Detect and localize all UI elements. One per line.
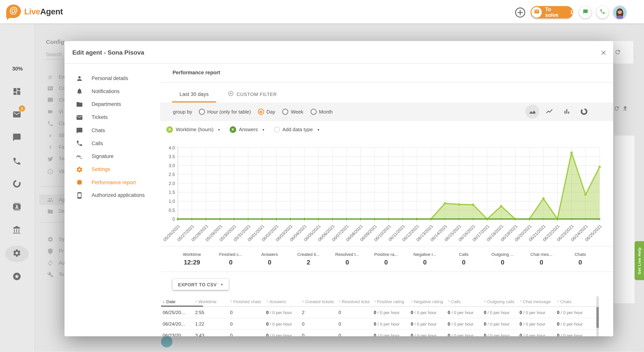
modal-nav-chats[interactable]: Chats [64,124,160,137]
app-sidebar-item-bank[interactable] [12,226,21,235]
shield-icon [47,248,53,254]
modal-nav-authorized-applications[interactable]: Authorized applications [64,189,160,201]
chevron-down-icon: ▼ [262,128,265,131]
modal-nav-calls[interactable]: Calls [64,137,160,149]
modal-nav-performance-report[interactable]: Performance report [64,176,160,188]
dashboard-icon [12,87,21,98]
remove-series-icon[interactable]: ✕ [166,126,173,133]
usage-percent: 30% [0,66,35,72]
phone-icon [76,140,83,147]
remove-series-icon[interactable]: ✕ [230,126,236,133]
app-sidebar-item-contacts[interactable] [12,203,21,212]
radio-hour[interactable]: Hour (only for table) [199,109,251,115]
app-sidebar-item-dashboard[interactable] [12,88,21,97]
radio-circle-icon [282,109,288,115]
sort-icon: ↑↓ [411,299,412,303]
cpu-icon [76,179,83,186]
add-data-type-chip[interactable]: Add data type▼ [274,127,320,133]
app-sidebar-item-phone[interactable] [12,158,21,167]
svg-text:0: 0 [172,217,175,222]
chat-icon [12,133,21,144]
column-header-outgoing-calls[interactable]: ↑↓Outgoing calls [484,296,520,306]
modal-header: Edit agent - Sona Pisova [64,41,613,64]
tab-last-30-days[interactable]: Last 30 days [172,87,216,102]
svg-text:3.0: 3.0 [169,163,175,168]
stat-resolvedt: Resolved t...0 [328,246,366,272]
modal-nav-personal-details[interactable]: Personal details [64,72,160,84]
bar-chart-icon[interactable] [560,105,574,119]
calls-topbar-button[interactable] [596,6,609,18]
phone-icon [47,121,53,127]
app-sidebar-item-ring[interactable] [12,180,21,189]
sort-icon: ↑↓ [195,299,197,303]
star-circle-icon [12,272,21,283]
viber-icon [47,168,53,175]
series-chip-worktime[interactable]: ✕Worktime (hours)▼ [166,126,220,133]
refresh-icon[interactable] [614,49,621,57]
stat-finishedc: Finished c...0 [211,246,250,272]
bank-icon [12,226,21,236]
modal-nav-settings[interactable]: Settings [64,163,160,176]
to-solve-button[interactable]: To solve 1 [531,6,573,18]
group-by-band: group byHour (only for table)DayWeekMont… [160,102,613,121]
app-sidebar-item-mail[interactable] [12,111,21,120]
column-header-date[interactable]: ↓Date [163,296,195,306]
column-header-chat-message[interactable]: ↑↓Chat message [520,296,557,306]
column-header-resolved-ticke[interactable]: ↑↓Resolved ticke [338,296,374,306]
chats-topbar-button[interactable] [579,6,592,18]
column-header-finished-chats[interactable]: ↑↓Finished chats [230,296,266,306]
tab-custom-filter[interactable]: CUSTOM FILTER [228,87,277,101]
stat-negativer: Negative r...0 [406,246,444,272]
chat-icon [583,9,588,16]
export-to-csv-button[interactable]: EXPORT TO CSV ▼ [172,279,228,290]
person-icon [76,75,83,82]
upload-icon[interactable] [622,105,628,113]
radio-week[interactable]: Week [282,109,303,115]
stat-calls: Calls0 [444,246,483,272]
line-chart-icon[interactable] [542,105,556,119]
column-header-worktime[interactable]: ↑↓Worktime [195,296,230,306]
user-avatar[interactable] [613,6,626,19]
modal-nav-tickets[interactable]: Tickets [64,111,160,123]
background-agent-avatar [161,336,172,348]
radio-circle-icon [258,109,264,115]
modal-nav-departments[interactable]: Departments [64,98,160,110]
plus-circle-icon [514,7,526,19]
modal-nav-signature[interactable]: Signature [64,150,160,163]
table-row: 06/24/20...1:2200/ 0 per hour000/ 0 per … [161,318,600,330]
column-header-negative-rating[interactable]: ↑↓Negative rating [411,296,448,306]
radio-month[interactable]: Month [310,109,332,115]
svg-text:f: f [49,145,51,150]
mail-icon [12,110,21,121]
modal-nav-notifications[interactable]: Notifications [64,85,160,97]
modal-title: Edit agent - Sona Pisova [72,49,144,56]
series-chip-answers[interactable]: ✕Answers▼ [230,126,265,133]
close-icon[interactable] [600,49,607,56]
column-header-calls[interactable]: ↑↓Calls [448,296,484,306]
app-sidebar-item-starcircle[interactable] [12,273,21,282]
column-header-answers[interactable]: ↑↓Answers [266,296,302,306]
column-header-created-tickets[interactable]: ↑↓Created tickets [302,296,338,306]
radio-day[interactable]: Day [258,109,275,115]
area-chart-icon[interactable] [525,105,539,119]
chat-icon [76,127,83,134]
app-sidebar-item-chat[interactable] [12,134,21,143]
performance-chart: 4.03.53.02.52.01.51.00.5005/26/202105/27… [163,144,602,245]
refresh-icon[interactable] [614,105,620,113]
background-search-input[interactable]: Search ... [46,52,64,60]
create-new-button[interactable] [514,7,526,19]
donut-chart-icon[interactable] [577,105,591,119]
column-header-chats[interactable]: ↑↓Chats [557,296,597,306]
stat-positivera: Positive ra...0 [367,246,406,272]
edit-agent-modal: Edit agent - Sona Pisova Personal detail… [64,41,613,336]
table-scrollbar-thumb[interactable] [596,307,599,328]
get-live-help-tab[interactable]: Get Live Help [634,241,644,280]
svg-text:1.0: 1.0 [169,199,175,204]
sorted-column-indicator [161,306,203,307]
table-row: 06/23/20...3:4300/ 0 per hour000/ 0 per … [161,330,600,336]
sort-icon: ↑↓ [230,299,232,303]
svg-text:3.5: 3.5 [169,154,175,159]
column-header-positive-rating[interactable]: ↑↓Positive rating [374,296,411,306]
app-sidebar-item-gear[interactable] [12,249,21,258]
facebook-icon: f [47,144,53,150]
